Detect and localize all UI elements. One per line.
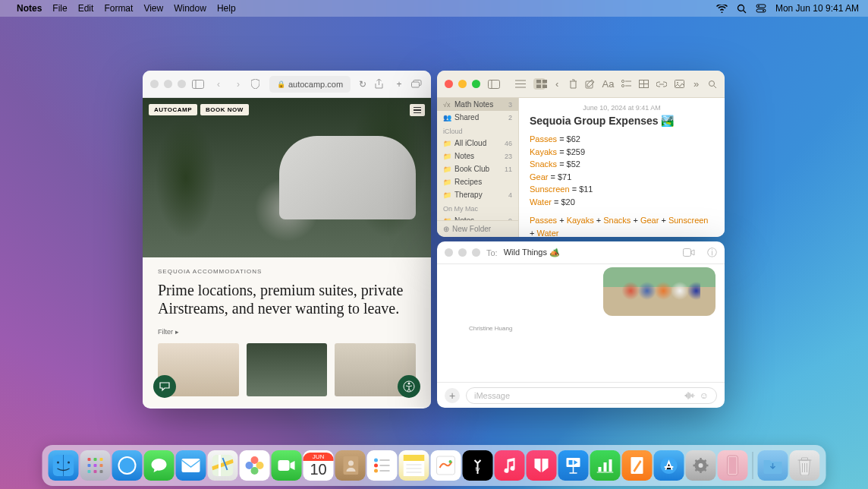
list-view-icon[interactable] [515,80,526,88]
dock-facetime[interactable] [272,450,302,481]
shield-icon[interactable] [251,79,263,89]
wifi-icon[interactable] [716,5,728,13]
format-icon[interactable]: Aa [602,78,615,90]
link-icon[interactable] [656,81,667,87]
notes-editor[interactable]: June 10, 2024 at 9:41 AM Sequoia Group E… [519,98,725,237]
back-button[interactable]: ‹ [212,79,225,90]
dock-maps[interactable] [208,450,238,481]
checklist-icon[interactable] [621,80,631,88]
dock-safari[interactable] [112,450,143,481]
message-input[interactable]: iMessage ☺ [466,387,717,404]
sidebar-item-recipes[interactable]: 📁Recipes [437,175,518,188]
sidebar-item-book-club[interactable]: 📁Book Club11 [437,162,518,175]
dock-freeform[interactable] [431,450,461,481]
more-icon[interactable]: » [692,78,700,90]
dock-trash[interactable] [790,450,820,481]
dock-keynote[interactable] [558,450,589,481]
zoom-button[interactable] [472,80,480,88]
folder-count: 2 [508,114,512,121]
sidebar-item-therapy[interactable]: 📁Therapy4 [437,188,518,201]
sidebar-toggle-icon[interactable] [192,80,206,89]
close-button[interactable] [445,248,453,257]
facetime-icon[interactable] [683,248,695,257]
close-button[interactable] [150,80,159,88]
sidebar-item-all-icloud[interactable]: 📁All iCloud46 [437,137,518,150]
reload-icon[interactable]: ↻ [357,79,369,90]
dock-contacts[interactable] [335,450,366,481]
message-compose: + iMessage ☺ [437,382,725,408]
emoji-icon[interactable]: ☺ [700,390,709,401]
dock-launchpad[interactable] [80,450,111,481]
apps-button[interactable]: + [445,388,460,403]
dock-reminders[interactable] [367,450,398,481]
accommodation-thumb[interactable] [247,343,328,396]
book-now-button[interactable]: BOOK NOW [200,104,249,115]
dock-tv[interactable]: tv [463,450,493,481]
hamburger-menu-icon[interactable] [410,104,425,116]
sidebar-item-notes[interactable]: 📁Notes9 [437,214,518,220]
dock-calendar[interactable]: JUN 10 [303,450,334,481]
dock-app-store[interactable] [654,450,684,481]
sidebar-item-math-notes[interactable]: √xMath Notes3 [437,98,518,111]
search-icon[interactable] [737,4,747,14]
menubar-datetime[interactable]: Mon Jun 10 9:41 AM [775,3,859,14]
trash-icon[interactable] [569,79,577,89]
folder-name: Shared [454,113,505,121]
app-menu[interactable]: Notes [17,3,42,14]
dock-iphone-mirroring[interactable] [718,450,748,481]
media-icon[interactable] [675,80,684,88]
new-tab-icon[interactable]: + [393,79,405,90]
address-bar[interactable]: 🔒 autocamp.com [269,76,351,93]
dock-mail[interactable] [176,450,206,481]
new-folder-label: New Folder [452,225,491,233]
chat-fab-icon[interactable] [153,375,176,398]
compose-icon[interactable] [585,79,595,89]
control-center-icon[interactable] [756,4,766,13]
svg-point-24 [622,84,624,87]
svg-point-61 [374,469,378,473]
minimize-button[interactable] [458,248,467,257]
share-icon[interactable] [375,79,387,90]
zoom-button[interactable] [178,80,186,88]
grid-view-icon[interactable] [533,78,546,90]
minimize-button[interactable] [458,80,467,88]
zoom-button[interactable] [472,248,480,257]
conversation-name[interactable]: Wild Things 🏕️ [504,248,560,257]
shared-photo[interactable] [603,267,715,316]
audio-message-icon[interactable] [684,392,695,399]
dock-music[interactable] [495,450,525,481]
notes-sidebar: √xMath Notes3👥Shared2iCloud📁All iCloud46… [437,98,519,237]
menu-view[interactable]: View [143,3,163,14]
minimize-button[interactable] [164,80,172,88]
menu-format[interactable]: Format [104,3,133,14]
menu-window[interactable]: Window [174,3,206,14]
dock-numbers[interactable] [590,450,621,481]
close-button[interactable] [445,80,453,88]
new-folder-button[interactable]: ⊕ New Folder [437,220,518,237]
logo-badge[interactable]: AUTOCAMP [149,104,197,115]
dock-notes[interactable] [399,450,429,481]
sidebar-view-icon[interactable] [488,80,500,89]
sidebar-item-shared[interactable]: 👥Shared2 [437,111,518,124]
dock-downloads[interactable] [758,450,788,481]
dock-pages[interactable] [622,450,653,481]
menu-help[interactable]: Help [217,3,236,14]
search-icon[interactable] [708,80,717,89]
dock-settings[interactable] [686,450,716,481]
svg-rect-74 [569,460,573,465]
dock-messages[interactable] [144,450,175,481]
table-icon[interactable] [639,80,649,88]
menu-edit[interactable]: Edit [78,3,94,14]
filter-button[interactable]: Filter ▸ [158,328,416,336]
dock-news[interactable] [527,450,557,481]
tabs-icon[interactable] [411,80,423,88]
dock-photos[interactable] [240,450,270,481]
notes-traffic-lights [445,80,480,88]
accessibility-fab-icon[interactable] [398,375,420,398]
dock-finder[interactable] [49,450,79,481]
menu-file[interactable]: File [52,3,67,14]
info-icon[interactable]: ⓘ [707,246,717,260]
sidebar-item-notes[interactable]: 📁Notes23 [437,150,518,162]
back-icon[interactable]: ‹ [553,78,561,90]
forward-button[interactable]: › [231,79,245,90]
